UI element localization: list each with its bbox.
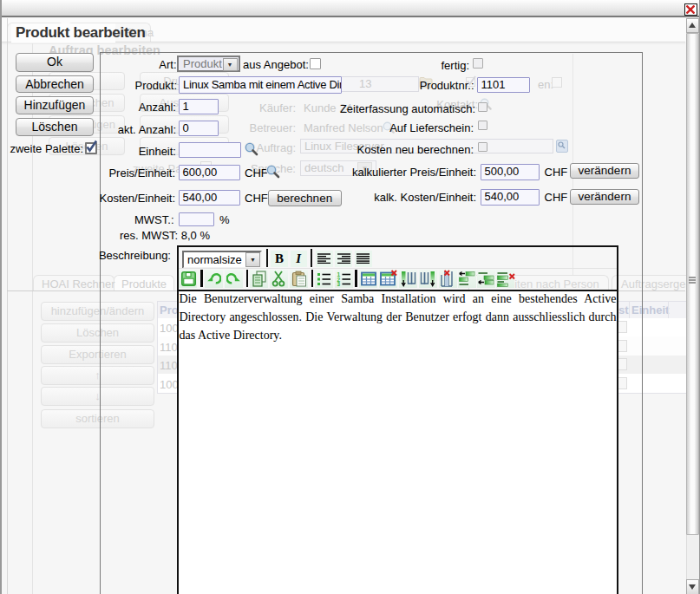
svg-text:3: 3: [337, 281, 341, 286]
